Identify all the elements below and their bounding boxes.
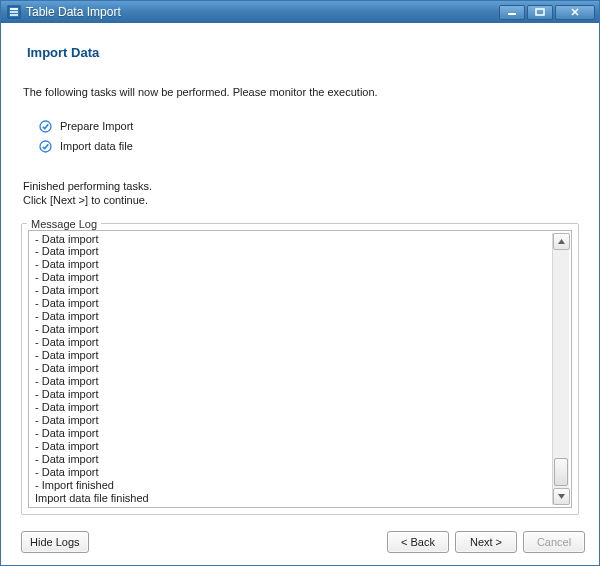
back-button[interactable]: < Back	[387, 531, 449, 553]
task-label: Import data file	[60, 140, 133, 152]
title-bar[interactable]: Table Data Import	[1, 1, 599, 23]
task-row: Prepare Import	[39, 116, 581, 136]
scrollbar[interactable]	[552, 233, 569, 506]
minimize-button[interactable]	[499, 5, 525, 20]
app-icon	[7, 5, 21, 19]
message-log-border: - Data import - Data import - Data impor…	[21, 223, 579, 516]
checkmark-icon	[39, 120, 52, 133]
scroll-thumb[interactable]	[554, 458, 568, 486]
instruction-text: The following tasks will now be performe…	[23, 86, 581, 98]
page-title: Import Data	[27, 45, 581, 60]
scroll-down-button[interactable]	[553, 488, 570, 505]
svg-rect-1	[10, 8, 18, 10]
svg-rect-3	[10, 14, 18, 16]
footer: Hide Logs < Back Next > Cancel	[1, 523, 599, 565]
next-button[interactable]: Next >	[455, 531, 517, 553]
window-buttons	[499, 5, 595, 20]
window-title: Table Data Import	[26, 5, 499, 19]
svg-rect-2	[10, 11, 18, 13]
task-label: Prepare Import	[60, 120, 133, 132]
status-line: Click [Next >] to continue.	[23, 194, 581, 208]
task-row: Import data file	[39, 136, 581, 156]
content-area: Import Data The following tasks will now…	[1, 23, 599, 523]
scroll-up-button[interactable]	[553, 233, 570, 250]
maximize-button[interactable]	[527, 5, 553, 20]
dialog-window: Table Data Import Import Data The follow…	[0, 0, 600, 566]
hide-logs-button[interactable]: Hide Logs	[21, 531, 89, 553]
message-log-group: Message Log - Data import - Data import …	[21, 218, 579, 516]
svg-rect-4	[508, 13, 516, 15]
task-list: Prepare Import Import data file	[39, 116, 581, 156]
svg-rect-5	[536, 9, 544, 15]
status-line: Finished performing tasks.	[23, 180, 581, 194]
status-block: Finished performing tasks. Click [Next >…	[23, 180, 581, 208]
checkmark-icon	[39, 140, 52, 153]
message-log-text[interactable]: - Data import - Data import - Data impor…	[35, 233, 552, 506]
message-log-box: - Data import - Data import - Data impor…	[28, 230, 572, 509]
cancel-button: Cancel	[523, 531, 585, 553]
message-log-legend: Message Log	[27, 218, 101, 230]
scroll-track[interactable]	[553, 250, 569, 489]
close-button[interactable]	[555, 5, 595, 20]
